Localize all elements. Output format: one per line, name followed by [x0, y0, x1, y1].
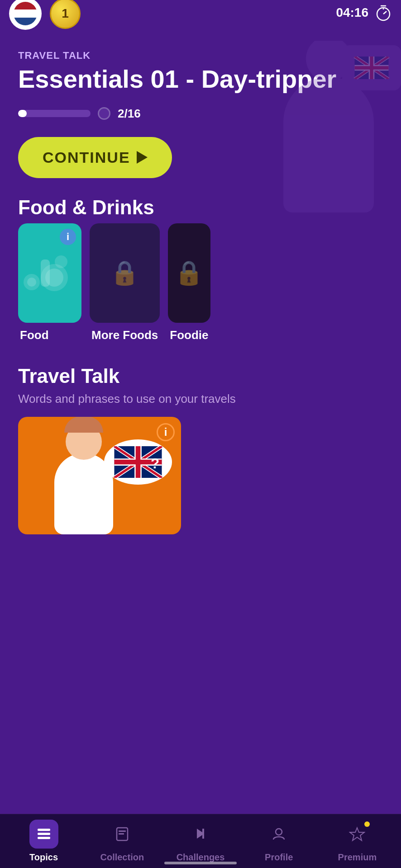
svg-rect-15: [38, 837, 50, 839]
level-badge: 1: [50, 0, 81, 29]
profile-icon: [271, 826, 287, 842]
svg-rect-14: [38, 833, 50, 835]
svg-line-2: [383, 11, 387, 14]
food-card-food[interactable]: i: [18, 223, 81, 323]
nav-label-collection: Collection: [100, 852, 144, 863]
travel-section-subtitle: Words and phrases to use on your travels: [18, 392, 383, 406]
food-cards-row: i Food: [18, 223, 383, 342]
travel-card-illustration: ?: [18, 426, 181, 534]
lock-icon: 🔒: [110, 259, 139, 287]
nav-item-topics[interactable]: Topics: [5, 820, 83, 863]
travel-section: Travel Talk Words and phrases to use on …: [18, 365, 383, 534]
list-item[interactable]: i Food: [18, 223, 81, 342]
svg-marker-20: [350, 828, 364, 840]
nav-label-topics: Topics: [29, 852, 58, 863]
food-section: Food & Drinks i: [18, 196, 383, 342]
progress-fill: [18, 110, 27, 117]
svg-point-19: [276, 829, 282, 835]
travel-card-essentials-01[interactable]: i: [18, 417, 181, 534]
hero-background-figure: [247, 41, 401, 212]
card-thumbnail: 🔒: [90, 223, 160, 323]
food-card-more-foods[interactable]: 🔒: [90, 223, 160, 323]
travel-cards-row: i: [18, 417, 383, 534]
progress-counter: 2/16: [118, 107, 141, 121]
svg-text:?: ?: [151, 455, 159, 472]
collection-icon-wrap: [108, 820, 137, 849]
travel-card-thumbnail: i: [18, 417, 181, 534]
continue-label: CONTINUE: [43, 149, 130, 166]
profile-icon-wrap: [264, 820, 293, 849]
continue-button[interactable]: CONTINUE: [18, 137, 172, 178]
challenges-icon: [192, 826, 209, 842]
food-illustration: [18, 241, 81, 305]
svg-point-10: [55, 255, 67, 268]
user-avatar[interactable]: [9, 0, 42, 30]
list-item[interactable]: 🔒 Foodie: [168, 223, 210, 342]
nav-item-challenges[interactable]: Challenges: [161, 820, 239, 863]
list-item[interactable]: i: [18, 417, 181, 534]
hero-section: TRAVEL TALK Essentials 01 - Day-tripper …: [18, 50, 383, 178]
status-left: 1: [9, 0, 81, 30]
card-label: Food: [18, 328, 81, 342]
nav-item-profile[interactable]: Profile: [240, 820, 318, 863]
topics-icon: [36, 826, 52, 842]
list-item[interactable]: 🔒 More Foods: [90, 223, 160, 342]
stopwatch-icon: [375, 4, 392, 21]
nav-label-premium: Premium: [338, 852, 377, 863]
main-content: TRAVEL TALK Essentials 01 - Day-tripper …: [0, 41, 401, 814]
nav-item-collection[interactable]: Collection: [83, 820, 161, 863]
nav-item-premium[interactable]: Premium: [318, 820, 396, 863]
travel-section-title: Travel Talk: [18, 365, 383, 387]
premium-icon-wrap: [343, 820, 372, 849]
premium-dot: [364, 821, 370, 827]
status-bar: 1 04:16: [0, 0, 401, 23]
nav-label-challenges: Challenges: [177, 852, 225, 863]
lock-icon: 🔒: [174, 259, 204, 287]
bottom-navigation: Topics Collection Challenges Profile: [0, 814, 401, 868]
card-thumbnail: i: [18, 223, 81, 323]
home-indicator: [164, 862, 237, 864]
nav-label-profile: Profile: [265, 852, 293, 863]
collection-icon: [114, 826, 130, 842]
uk-flag-in-bubble: ?: [113, 446, 163, 478]
challenges-icon-wrap: [186, 820, 215, 849]
status-right: 04:16: [336, 4, 392, 21]
svg-point-9: [27, 278, 36, 287]
card-label: Foodie: [168, 328, 210, 342]
svg-rect-17: [119, 830, 126, 832]
play-icon: [137, 151, 148, 164]
card-label: More Foods: [90, 328, 160, 342]
svg-rect-7: [41, 259, 50, 287]
svg-rect-13: [38, 829, 50, 831]
progress-track: [18, 110, 91, 117]
food-card-foodie[interactable]: 🔒: [168, 223, 210, 323]
progress-eye-icon: [98, 107, 110, 120]
card-thumbnail: 🔒: [168, 223, 210, 323]
timer-display: 04:16: [336, 5, 368, 20]
premium-icon: [349, 826, 365, 842]
topics-icon-wrap: [29, 820, 58, 849]
svg-rect-18: [119, 833, 124, 835]
